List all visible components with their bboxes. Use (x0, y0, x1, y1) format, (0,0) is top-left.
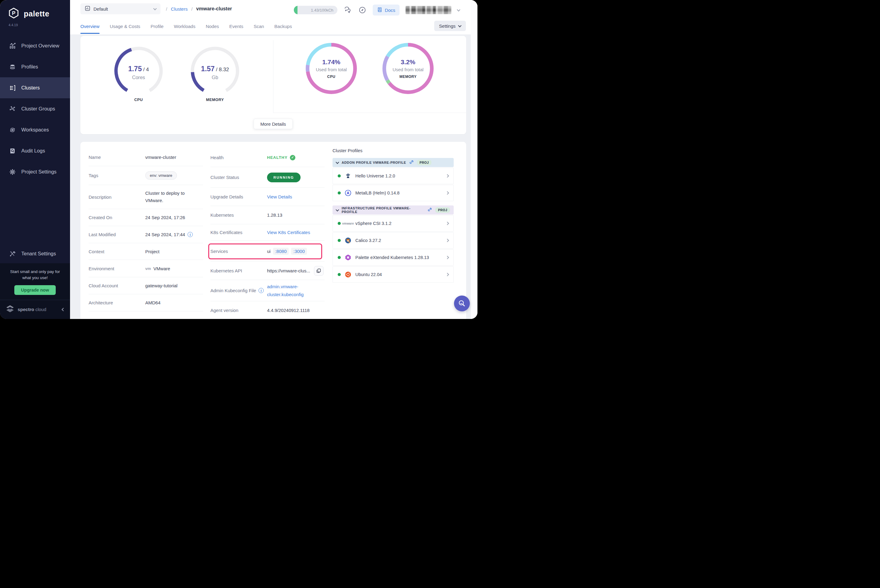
details-right-column: Health HEALTHY ✓ Cluster Status RUNNING … (210, 148, 324, 319)
sidebar-item-clusters[interactable]: Clusters (0, 77, 70, 98)
tag-chip[interactable]: env: vmware (145, 171, 177, 180)
detail-row-cloud-account: Cloud Account gateway-tutorial (89, 277, 203, 294)
chevron-right-icon (446, 174, 449, 177)
memory-unit: Gb (188, 75, 242, 80)
detail-row-services: Services ui :8080 :3000 (210, 241, 324, 262)
detail-label: Services (210, 249, 267, 254)
info-icon[interactable]: i (188, 232, 193, 237)
sidebar-item-tenant-settings[interactable]: Tenant Settings (0, 244, 70, 263)
panel-divider (273, 40, 273, 112)
service-port-3000-link[interactable]: :3000 (291, 248, 307, 255)
kubernetes-api-value: https://vmware-clus... (267, 268, 310, 273)
tab-profile[interactable]: Profile (151, 18, 164, 34)
palette-logo-icon: P (8, 7, 20, 20)
tab-usage-costs[interactable]: Usage & Costs (110, 18, 140, 34)
cpu-percent-caption: Used from total (316, 67, 347, 72)
tab-workloads[interactable]: Workloads (174, 18, 195, 34)
cpu-used-value: 1.75 (128, 65, 142, 73)
compass-icon[interactable] (358, 6, 366, 14)
addon-profile-header[interactable]: ADDON PROFILE VMWARE-PROFILE PROJ (332, 158, 454, 167)
cluster-tabs: Overview Usage & Costs Profile Workloads… (80, 18, 292, 34)
tenant-settings-label: Tenant Settings (21, 251, 56, 256)
breadcrumb: / Clusters / vmware-cluster (166, 6, 232, 12)
upgrade-now-button[interactable]: Upgrade now (14, 285, 56, 295)
info-icon[interactable]: i (258, 288, 264, 293)
view-details-link[interactable]: View Details (267, 194, 292, 200)
profile-layer-ubuntu[interactable]: Ubuntu 22.04 (332, 266, 454, 283)
usage-meter[interactable]: 1.43/100kCh (294, 6, 337, 14)
tab-events[interactable]: Events (229, 18, 243, 34)
profile-group-name: INFRASTRUCTURE PROFILE VMWARE-PROFILE (342, 206, 425, 214)
profile-layer-calico[interactable]: Calico 3.27.2 (332, 232, 454, 249)
detail-row-context: Context Project (89, 243, 203, 260)
memory-gauge-label: MEMORY (188, 98, 242, 102)
tab-overview[interactable]: Overview (80, 18, 99, 34)
sidebar-item-audit-logs[interactable]: Audit Logs (0, 140, 70, 161)
footer-brand: spectrocloud (18, 307, 59, 312)
chevron-right-icon (446, 238, 449, 242)
settings-button-label: Settings (439, 23, 455, 28)
detail-label: Description (89, 195, 145, 200)
profile-layer-vsphere-csi[interactable]: vmware vSphere CSI 3.1.2 (332, 215, 454, 232)
server-icon (9, 85, 16, 91)
agent-version-value: 4.4.9/20240912.1118 (267, 308, 324, 313)
chat-icon[interactable] (344, 6, 352, 14)
profile-layer-metallb[interactable]: MetalLB (Helm) 0.14.8 (332, 185, 454, 201)
settings-button[interactable]: Settings (434, 21, 466, 31)
user-chevron-down-icon[interactable] (457, 8, 460, 11)
sidebar-footer: spectrocloud (0, 300, 70, 319)
promo-text: Start small and only pay for what you us… (6, 269, 64, 281)
tab-nodes[interactable]: Nodes (206, 18, 219, 34)
context-value: Project (145, 249, 203, 254)
detail-label: Name (89, 154, 145, 160)
cpu-gauge-label: CPU (111, 98, 166, 102)
status-dot (338, 273, 341, 276)
chevron-down-icon (336, 208, 339, 211)
cpu-unit: Cores (111, 75, 166, 80)
status-dot (338, 191, 341, 195)
detail-label: Architecture (89, 300, 145, 305)
status-badge: RUNNING (267, 172, 300, 182)
memory-percent-value: 3.2% (401, 58, 415, 66)
sidebar-item-label: Project Overview (21, 43, 59, 49)
breadcrumb-clusters-link[interactable]: Clusters (171, 6, 188, 12)
sidebar-item-cluster-groups[interactable]: Cluster Groups (0, 98, 70, 119)
docs-button[interactable]: Docs (373, 4, 399, 15)
cloud-account-value: gateway-tutorial (145, 283, 203, 288)
detail-row-tags: Tags env: vmware (89, 166, 203, 185)
copy-button[interactable] (314, 266, 324, 276)
chevron-right-icon (446, 222, 449, 225)
project-selector[interactable]: Default (80, 3, 161, 14)
description-value: Cluster to deploy to VMware. (145, 190, 203, 204)
cpu-usage-donut: 1.74% Used from total CPU (305, 42, 358, 95)
service-name: ui (267, 249, 271, 254)
memory-used-value: 1.57 (201, 65, 215, 73)
memory-donut-label: MEMORY (399, 75, 417, 79)
collapse-sidebar-icon[interactable] (62, 308, 65, 311)
profile-layer-hello-universe[interactable]: Hello Universe 1.2.0 (332, 168, 454, 184)
service-port-8080-link[interactable]: :8080 (273, 248, 289, 255)
architecture-value: AMD64 (145, 300, 203, 305)
pxk-icon (345, 254, 351, 261)
user-menu[interactable] (405, 6, 451, 14)
top-header: Default / Clusters / vmware-cluster 1.43… (70, 0, 478, 34)
status-dot (338, 174, 341, 177)
tab-backups[interactable]: Backups (274, 18, 292, 34)
scrollbar-track[interactable] (471, 0, 478, 319)
tab-scan[interactable]: Scan (254, 18, 264, 34)
view-k8s-certificates-link[interactable]: View K8s Certificates (267, 230, 310, 235)
brand-name: palette (24, 9, 50, 18)
detail-label: Context (89, 249, 145, 254)
infrastructure-profile-header[interactable]: INFRASTRUCTURE PROFILE VMWARE-PROFILE PR… (332, 206, 454, 214)
profile-layer-palette-extended-kubernetes[interactable]: Palette eXtended Kubernetes 1.28.13 (332, 249, 454, 266)
sidebar-item-project-settings[interactable]: Project Settings (0, 161, 70, 182)
sidebar-item-workspaces[interactable]: Workspaces (0, 119, 70, 140)
detail-row-admin-kubeconfig: Admin Kubeconfig File i admin.vmware-clu… (210, 280, 324, 301)
sidebar-item-project-overview[interactable]: Project Overview (0, 35, 70, 56)
sidebar-item-profiles[interactable]: Profiles (0, 56, 70, 77)
detail-label: Last Modified (89, 232, 145, 237)
help-search-fab[interactable] (454, 296, 470, 311)
kubeconfig-download-link[interactable]: admin.vmware-cluster.kubeconfig (267, 283, 316, 298)
more-details-button[interactable]: More Details (254, 119, 293, 129)
search-smile-icon (458, 299, 466, 308)
